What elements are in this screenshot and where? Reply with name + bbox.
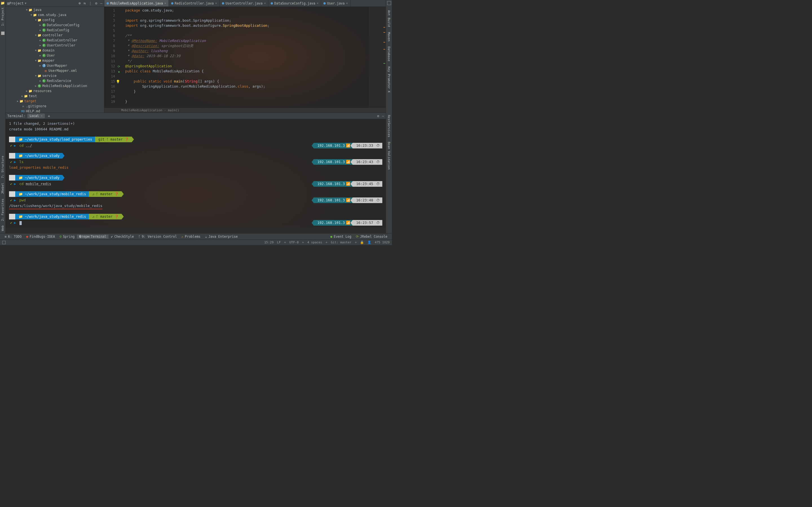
locate-icon[interactable]: ⊕ xyxy=(79,1,81,5)
tree-leaf-datasourceconfig[interactable]: ▶DataSourceConfig xyxy=(6,22,104,27)
restservices-tool[interactable]: RestServices xyxy=(387,115,391,137)
structure-tool[interactable]: 7: Structure xyxy=(1,156,4,178)
tree-node-test[interactable]: ▶📁test xyxy=(6,94,104,99)
close-tab-icon[interactable]: × xyxy=(317,1,319,5)
terminal-title: Terminal: xyxy=(7,114,26,118)
terminal-tab-local[interactable]: Local × xyxy=(28,114,45,118)
favorites-tool[interactable]: 2: Favorites xyxy=(1,199,4,221)
tab-mobileredisapplication[interactable]: MobileRedisApplication.java× xyxy=(104,0,169,6)
tree-leaf-redisconfig[interactable]: ▶RedisConfig xyxy=(6,27,104,33)
vcs-tool[interactable]: ᚶ9: Version Control xyxy=(136,235,179,238)
breadcrumb-class[interactable]: MobileRedisApplication xyxy=(121,108,162,112)
tree-node-target[interactable]: ▶📁target xyxy=(6,99,104,104)
tree-node-service[interactable]: ▼📁service xyxy=(6,73,104,78)
tree-leaf-usermapper[interactable]: ▶UserMapper xyxy=(6,63,104,68)
terminal-tool[interactable]: �термTerminal xyxy=(77,235,109,238)
hide-icon[interactable]: — xyxy=(100,1,102,5)
beanvalidation-tool[interactable]: Bean Validation xyxy=(387,142,391,170)
tool-windows-button[interactable] xyxy=(2,241,6,244)
tool-box-icon[interactable] xyxy=(1,32,4,35)
tree-leaf-rediscontroller[interactable]: ▶RedisController xyxy=(6,38,104,43)
class-icon xyxy=(42,23,46,27)
tree-node-package[interactable]: ▼📁com.study.java xyxy=(6,12,104,17)
editor-area: MobileRedisApplication.java× RedisContro… xyxy=(104,0,386,113)
findbugs-tool[interactable]: ●FindBugs-IDEA xyxy=(24,235,57,238)
expand-icon[interactable]: ⇆ xyxy=(84,1,86,5)
class-icon xyxy=(42,44,46,47)
jrebel-tool[interactable]: JRebel xyxy=(1,183,4,194)
todo-tool[interactable]: ≡6: TODO xyxy=(2,235,24,238)
maven-tool[interactable]: Maven xyxy=(387,32,391,41)
javaee-tool[interactable]: ☕Java Enterprise xyxy=(203,235,240,238)
tree-leaf-usercontroller[interactable]: ▶UserController xyxy=(6,43,104,48)
prompt-segments: 📁 ~/work/java_study/load_properties git … xyxy=(9,136,132,142)
terminal-output-highlighted: /Users/liusheng/work/java_study/mobile_r… xyxy=(9,203,102,209)
inspector-icon[interactable]: 👤 xyxy=(367,240,371,244)
code-editor[interactable]: package com.study.java; import org.sprin… xyxy=(118,7,369,108)
jrebel-console-tool[interactable]: ⟳JRebel Console xyxy=(354,235,390,238)
project-tree[interactable]: ▼📁java ▼📁com.study.java ▼📁config ▶DataSo… xyxy=(6,7,104,113)
close-tab-icon[interactable]: × xyxy=(164,1,166,5)
keypromoter-tool[interactable]: Key Promoter X xyxy=(387,66,391,93)
right-tool-box[interactable] xyxy=(387,1,391,5)
line-separator[interactable]: LF xyxy=(277,240,281,244)
tree-node-domain[interactable]: ▼📁domain xyxy=(6,48,104,53)
caret-position[interactable]: 15:29 xyxy=(264,240,273,244)
tab-datasourceconfig[interactable]: DataSourceConfig.java× xyxy=(268,0,321,6)
editor-minimap[interactable] xyxy=(369,7,386,108)
project-title[interactable]: Project xyxy=(9,1,24,5)
breadcrumb-method[interactable]: main() xyxy=(168,108,179,112)
database-tool[interactable]: Database xyxy=(387,47,391,61)
checkstyle-tool[interactable]: ✔CheckStyle xyxy=(109,235,136,238)
collapse-icon[interactable]: ⋮ xyxy=(89,1,92,5)
terminal-settings-icon[interactable]: ⚙ xyxy=(377,114,379,118)
line-gutter[interactable]: 12345 678910 11 12⟳ 13▶ 14 15💡 16171819 xyxy=(104,7,118,108)
terminal-body[interactable]: 1 file changed, 2 insertions(+) create m… xyxy=(6,119,386,227)
project-tool-icon[interactable]: 📁 xyxy=(1,1,5,5)
close-tab-icon[interactable]: × xyxy=(346,1,348,5)
tree-node-config[interactable]: ▼📁config xyxy=(6,17,104,22)
memory-indicator[interactable]: 475 1029 xyxy=(375,240,390,244)
tree-leaf-gitignore[interactable]: ▫.gitignore xyxy=(6,104,104,109)
web-tool[interactable]: Web xyxy=(1,225,4,231)
markdown-icon: MD xyxy=(21,110,26,113)
tree-node-resources[interactable]: ▶📁resources xyxy=(6,89,104,94)
close-tab-icon[interactable]: × xyxy=(215,1,217,5)
tab-user[interactable]: User.java× xyxy=(321,0,350,6)
tab-rediscontroller[interactable]: RedisController.java× xyxy=(169,0,220,6)
gear-icon[interactable]: ⚙ xyxy=(95,1,97,5)
close-tab-icon[interactable]: × xyxy=(264,1,266,5)
tree-node-java[interactable]: ▼📁java xyxy=(6,7,104,12)
prompt-path: 📁 ~/work/java_study/load_properties xyxy=(15,136,95,142)
project-tool-label[interactable]: 1: Project xyxy=(1,7,4,26)
tree-node-mapper[interactable]: ▼📁mapper xyxy=(6,58,104,63)
terminal-arg: ../ xyxy=(26,144,32,148)
git-branch-status[interactable]: Git: master xyxy=(331,240,352,244)
interface-icon xyxy=(42,64,46,67)
terminal-hide-icon[interactable]: — xyxy=(382,114,384,118)
spring-run-icon[interactable]: ⟳ xyxy=(117,64,120,69)
lock-icon[interactable]: 🔒 xyxy=(360,240,364,244)
file-encoding[interactable]: UTF-8 xyxy=(289,240,299,244)
tree-leaf-usermapper-xml[interactable]: ▧UserMapper.xml xyxy=(6,68,104,73)
event-log-tool[interactable]: ●Event Log xyxy=(328,235,354,238)
add-terminal-tab[interactable]: + xyxy=(48,114,50,118)
prompt-git: git ᚶ master ❓ xyxy=(95,136,132,142)
tree-leaf-app[interactable]: ▶MobileRedisApplication xyxy=(6,83,104,89)
tree-node-controller[interactable]: ▼📁controller xyxy=(6,33,104,38)
project-view-dropdown[interactable]: ▼ xyxy=(25,2,27,5)
indent-status[interactable]: 4 spaces xyxy=(307,240,322,244)
terminal-command: cd xyxy=(19,144,24,148)
spring-tool[interactable]: ⍟Spring xyxy=(57,235,77,238)
java-file-icon xyxy=(323,2,326,4)
java-file-icon xyxy=(107,2,109,4)
tab-usercontroller[interactable]: UserController.java× xyxy=(220,0,268,6)
tree-leaf-redisservice[interactable]: ▶RedisService xyxy=(6,78,104,83)
ant-build-tool[interactable]: Ant Build xyxy=(387,10,391,27)
tree-leaf-user[interactable]: ▶User xyxy=(6,53,104,58)
run-gutter-icon[interactable]: ▶ xyxy=(118,69,120,74)
intention-bulb-icon[interactable]: 💡 xyxy=(116,79,120,84)
problems-tool[interactable]: ⚠Problems xyxy=(179,235,203,238)
tree-leaf-helpmd[interactable]: MDHELP.md xyxy=(6,109,104,113)
breadcrumb-bar[interactable]: MobileRedisApplication main() xyxy=(104,108,386,113)
